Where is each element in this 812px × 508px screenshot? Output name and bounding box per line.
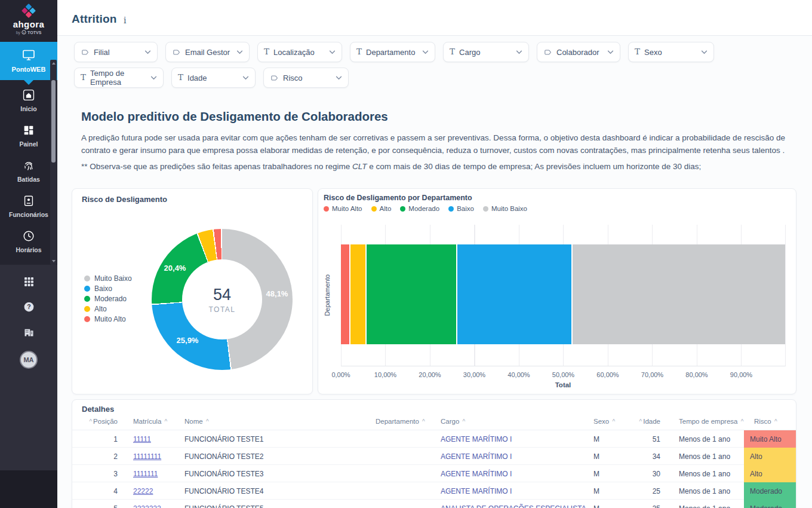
page-title: Attrition xyxy=(72,13,117,26)
filter-chip-email-gestor[interactable]: Email Gestor xyxy=(165,42,250,62)
bar-segment-moderado[interactable] xyxy=(365,244,456,344)
sidebar-scrollbar-thumb[interactable] xyxy=(51,80,56,163)
sidebar-item-horarios[interactable]: Horários xyxy=(0,229,57,253)
column-header-idade[interactable]: ^Idade xyxy=(625,418,660,425)
sidebar: ahgora by t TOTVS PontoWEB InicioPainelB… xyxy=(0,0,57,508)
filter-chip-colaborador[interactable]: Colaborador xyxy=(537,42,620,62)
sidebar-bottom-strip xyxy=(0,470,57,508)
legend-item-muito-alto[interactable]: Muito Alto xyxy=(84,314,132,324)
cell-tempo: Menos de 1 ano xyxy=(679,448,751,465)
cell-posicao: 5 xyxy=(83,500,118,508)
filter-chip-localizacao[interactable]: TLocalização xyxy=(257,42,342,62)
tag-icon xyxy=(81,48,90,57)
cell-tempo: Menos de 1 ano xyxy=(679,465,751,482)
filter-chip-departamento[interactable]: TDepartamento xyxy=(350,42,435,62)
donut-total-value: 54 xyxy=(213,286,231,304)
scroll-down-arrow-icon[interactable] xyxy=(52,260,56,262)
legend-label: Baixo xyxy=(457,205,474,212)
filter-chip-tempo-de-empresa[interactable]: TTempo de Empresa xyxy=(74,68,164,88)
info-icon[interactable]: i xyxy=(124,16,126,25)
cell-posicao: 1 xyxy=(83,430,118,448)
matricula-link[interactable]: 11111 xyxy=(133,435,151,443)
tag-icon xyxy=(172,48,181,57)
filter-chip-label: Email Gestor xyxy=(185,48,236,57)
cell-tempo: Menos de 1 ano xyxy=(679,500,751,508)
table-row[interactable]: 111111FUNCIONÁRIO TESTE1AGENTE MARÍTIMO … xyxy=(72,430,796,448)
bar-segment-alto[interactable] xyxy=(349,244,366,344)
chevron-down-icon xyxy=(150,76,157,80)
filter-chip-cargo[interactable]: TCargo xyxy=(443,42,529,62)
legend-dot xyxy=(84,316,90,322)
filter-chip-risco[interactable]: Risco xyxy=(263,68,349,88)
legend-item-muito-baixo[interactable]: Muito Baixo xyxy=(483,205,527,212)
bar-segment-baixo[interactable] xyxy=(456,244,571,344)
bar-segment-muito-alto[interactable] xyxy=(341,244,349,344)
legend-item-muito-alto[interactable]: Muito Alto xyxy=(324,205,362,212)
sidebar-scrollbar[interactable] xyxy=(50,60,57,265)
legend-dot xyxy=(84,276,90,281)
sidebar-item-batidas[interactable]: Batidas xyxy=(0,159,57,183)
chevron-down-icon xyxy=(701,50,708,54)
filter-chip-idade[interactable]: TIdade xyxy=(171,68,256,88)
legend-item-alto[interactable]: Alto xyxy=(84,304,132,314)
legend-item-moderado[interactable]: Moderado xyxy=(84,293,132,304)
text-filter-icon: T xyxy=(264,48,269,56)
x-tick-label: 40,00% xyxy=(508,371,530,378)
bar-title: Risco de Desligamento por Departamento xyxy=(324,194,472,202)
bar-plot-area xyxy=(341,225,786,366)
sidebar-item-pontoweb[interactable]: PontoWEB xyxy=(0,42,57,80)
scroll-up-arrow-icon[interactable] xyxy=(52,62,56,65)
legend-item-moderado[interactable]: Moderado xyxy=(400,205,439,212)
text-filter-icon: T xyxy=(81,74,86,82)
matricula-link[interactable]: 2222222 xyxy=(133,504,161,508)
ahgora-logo-icon xyxy=(0,3,57,21)
table-row[interactable]: 422222FUNCIONÁRIO TESTE4AGENTE MARÍTIMO … xyxy=(72,482,796,500)
x-tick-label: 60,00% xyxy=(596,371,619,378)
column-header-nome[interactable]: Nome ^ xyxy=(184,418,364,425)
x-tick-label: 80,00% xyxy=(685,371,708,378)
table-row[interactable]: 52222222FUNCIONÁRIO TESTE5ANALISTA DE OP… xyxy=(72,500,796,508)
column-header-tempo[interactable]: Tempo de empresa ^ xyxy=(679,418,751,425)
sidebar-item-painel[interactable]: Painel xyxy=(0,124,57,148)
x-tick-label: 10,00% xyxy=(374,371,396,378)
apps-grid-button[interactable] xyxy=(23,276,35,290)
filter-chip-sexo[interactable]: TSexo xyxy=(628,42,714,62)
legend-item-baixo[interactable]: Baixo xyxy=(448,205,474,212)
column-header-cargo[interactable]: Cargo ^ xyxy=(441,418,584,425)
sidebar-item-label: Batidas xyxy=(0,176,57,183)
risk-badge: Moderado xyxy=(744,500,796,508)
clock-icon xyxy=(22,234,35,244)
matricula-link[interactable]: 22222 xyxy=(133,487,153,495)
legend-item-muito-baixo[interactable]: Muito Baixo xyxy=(84,273,132,283)
bar-segment-muito-baixo[interactable] xyxy=(571,244,785,344)
user-avatar[interactable]: MA xyxy=(20,351,38,369)
table-row[interactable]: 31111111FUNCIONÁRIO TESTE3AGENTE MARÍTIM… xyxy=(72,465,796,482)
sidebar-item-inicio[interactable]: Inicio xyxy=(0,88,57,112)
matricula-link[interactable]: 1111111 xyxy=(133,470,158,478)
legend-item-baixo[interactable]: Baixo xyxy=(84,283,132,293)
text-filter-icon: T xyxy=(178,74,183,82)
column-header-sexo[interactable]: Sexo ^ xyxy=(593,418,623,425)
sort-caret-icon: ^ xyxy=(463,418,466,425)
table-row[interactable]: 211111111FUNCIONÁRIO TESTE2AGENTE MARÍTI… xyxy=(72,448,796,465)
column-header-risco[interactable]: Risco ^ xyxy=(754,418,796,425)
chevron-down-icon xyxy=(242,76,249,80)
legend-label: Muito Alto xyxy=(332,205,362,212)
donut-chart[interactable]: 54 TOTAL 48,1% 25,9% 20,4% xyxy=(152,229,293,370)
filter-chip-filial[interactable]: Filial xyxy=(74,42,158,62)
brand-byline: by t TOTVS xyxy=(0,30,57,35)
stacked-bar[interactable] xyxy=(341,244,785,344)
sidebar-item-funcionarios[interactable]: Funcionários xyxy=(0,194,57,218)
active-tab-notch xyxy=(24,80,33,85)
matricula-link[interactable]: 11111111 xyxy=(133,452,161,461)
sidebar-item-label: Inicio xyxy=(0,105,57,112)
table-title: Detalhes xyxy=(82,405,114,414)
legend-item-alto[interactable]: Alto xyxy=(371,205,392,212)
cell-cargo: AGENTE MARÍTIMO I xyxy=(441,430,584,448)
building-button[interactable] xyxy=(23,326,35,341)
column-header-posicao[interactable]: ^Posição xyxy=(83,418,118,425)
cell-posicao: 2 xyxy=(83,448,118,465)
cell-nome: FUNCIONÁRIO TESTE3 xyxy=(184,465,364,482)
legend-dot xyxy=(400,206,405,212)
help-button[interactable]: ? xyxy=(23,301,35,316)
